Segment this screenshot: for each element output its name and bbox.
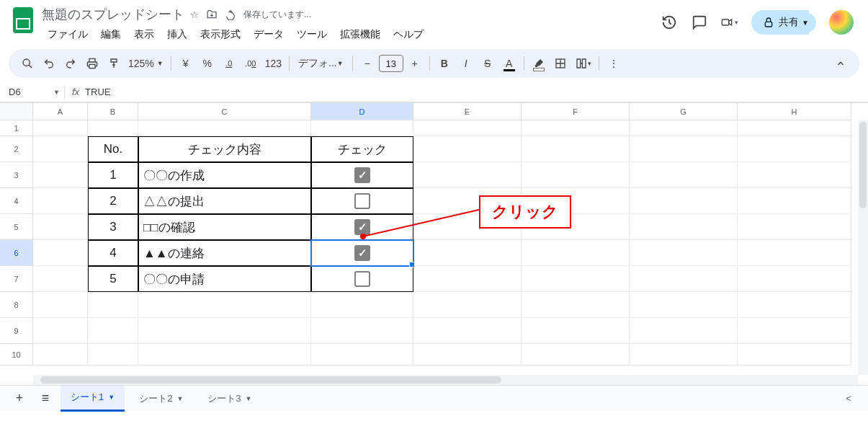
sheet-tab-1[interactable]: シート1 ▼ bbox=[61, 386, 125, 412]
cell[interactable] bbox=[33, 292, 88, 318]
formula-input[interactable]: TRUE bbox=[82, 87, 865, 97]
undo-icon[interactable] bbox=[39, 53, 59, 74]
menu-insert[interactable]: 挿入 bbox=[161, 25, 193, 44]
doc-title[interactable]: 無題のスプレッドシート bbox=[42, 6, 184, 23]
table-cell-check[interactable] bbox=[311, 188, 413, 214]
menu-edit[interactable]: 編集 bbox=[95, 25, 127, 44]
all-sheets-button[interactable]: ≡ bbox=[35, 388, 56, 409]
spreadsheet-grid[interactable]: A B C D E F G H 1 2 No. チェック内容 チェック 3 1 … bbox=[0, 102, 868, 385]
col-header-a[interactable]: A bbox=[33, 103, 88, 120]
increase-decimal-button[interactable]: .00 bbox=[241, 53, 261, 74]
cell[interactable] bbox=[738, 344, 851, 366]
row-header[interactable]: 6 bbox=[0, 240, 33, 266]
menu-view[interactable]: 表示 bbox=[128, 25, 160, 44]
col-header-c[interactable]: C bbox=[138, 103, 311, 120]
cell[interactable] bbox=[88, 318, 138, 344]
decrease-font-button[interactable]: − bbox=[357, 53, 377, 74]
table-cell-check[interactable] bbox=[311, 266, 413, 292]
cell[interactable] bbox=[522, 266, 630, 292]
row-header[interactable]: 1 bbox=[0, 120, 33, 136]
row-header[interactable]: 2 bbox=[0, 136, 33, 162]
col-header-f[interactable]: F bbox=[522, 103, 630, 120]
select-all-corner[interactable] bbox=[0, 103, 33, 120]
decrease-decimal-button[interactable]: .0 bbox=[219, 53, 239, 74]
menu-data[interactable]: データ bbox=[248, 25, 290, 44]
table-cell-no[interactable]: 2 bbox=[88, 188, 138, 214]
table-cell-content[interactable]: □□の確認 bbox=[138, 214, 311, 240]
row-header[interactable]: 8 bbox=[0, 292, 33, 318]
cell[interactable] bbox=[33, 136, 88, 162]
col-header-g[interactable]: G bbox=[630, 103, 738, 120]
row-header[interactable]: 3 bbox=[0, 162, 33, 188]
cell[interactable] bbox=[738, 188, 851, 214]
cell[interactable] bbox=[630, 188, 738, 214]
cell[interactable] bbox=[33, 214, 88, 240]
chevron-down-icon[interactable]: ▼ bbox=[108, 394, 115, 401]
cell[interactable] bbox=[738, 214, 851, 240]
table-cell-no[interactable]: 3 bbox=[88, 214, 138, 240]
cell[interactable] bbox=[88, 292, 138, 318]
cell[interactable] bbox=[33, 120, 88, 136]
chevron-down-icon[interactable]: ▼ bbox=[246, 395, 252, 402]
cell[interactable] bbox=[630, 344, 738, 366]
currency-button[interactable]: ¥ bbox=[176, 53, 196, 74]
account-avatar[interactable] bbox=[829, 10, 854, 35]
selected-cell[interactable] bbox=[311, 240, 413, 266]
fill-color-button[interactable] bbox=[529, 53, 549, 74]
increase-font-button[interactable]: + bbox=[405, 53, 425, 74]
menu-help[interactable]: ヘルプ bbox=[388, 25, 429, 44]
cloud-status-icon[interactable] bbox=[225, 9, 236, 20]
table-header-no[interactable]: No. bbox=[88, 136, 138, 162]
more-formats-button[interactable]: 123 bbox=[262, 53, 285, 74]
strikethrough-button[interactable]: S bbox=[478, 53, 498, 74]
table-cell-content[interactable]: ▲▲の連絡 bbox=[138, 240, 311, 266]
bold-button[interactable]: B bbox=[434, 53, 455, 74]
chevron-down-icon[interactable]: ▼ bbox=[176, 395, 183, 402]
cell[interactable] bbox=[630, 120, 738, 136]
name-box-dropdown[interactable]: ▼ bbox=[53, 89, 60, 96]
cell[interactable] bbox=[738, 318, 851, 344]
col-header-d[interactable]: D bbox=[311, 103, 413, 120]
menu-extensions[interactable]: 拡張機能 bbox=[334, 25, 386, 44]
cell[interactable] bbox=[138, 344, 311, 366]
more-toolbar-icon[interactable]: ⋮ bbox=[604, 53, 624, 74]
meet-icon[interactable] bbox=[721, 14, 738, 31]
name-box[interactable]: D6 bbox=[3, 87, 53, 97]
sheet-tab-3[interactable]: シート3 ▼ bbox=[197, 386, 261, 411]
redo-icon[interactable] bbox=[61, 53, 81, 74]
table-cell-no[interactable]: 5 bbox=[88, 266, 138, 292]
cell[interactable] bbox=[738, 266, 851, 292]
merge-cells-button[interactable]: ▾ bbox=[572, 53, 594, 74]
cell[interactable] bbox=[738, 162, 851, 188]
cell[interactable] bbox=[138, 120, 311, 136]
history-icon[interactable] bbox=[661, 14, 678, 31]
cell[interactable] bbox=[738, 292, 851, 318]
row-header[interactable]: 5 bbox=[0, 214, 33, 240]
checkbox-icon[interactable] bbox=[354, 167, 370, 183]
cell[interactable] bbox=[138, 318, 311, 344]
checkbox-icon[interactable] bbox=[354, 245, 370, 261]
cell[interactable] bbox=[33, 240, 88, 266]
cell[interactable] bbox=[630, 136, 738, 162]
cell[interactable] bbox=[138, 292, 311, 318]
row-header[interactable]: 7 bbox=[0, 266, 33, 292]
cell[interactable] bbox=[522, 292, 630, 318]
explore-button[interactable]: < bbox=[838, 388, 859, 409]
cell[interactable] bbox=[413, 240, 522, 266]
menu-format[interactable]: 表示形式 bbox=[194, 25, 246, 44]
sheets-logo[interactable] bbox=[9, 6, 37, 35]
text-color-button[interactable]: A bbox=[499, 53, 519, 74]
col-header-h[interactable]: H bbox=[738, 103, 851, 120]
checkbox-icon[interactable] bbox=[354, 219, 370, 235]
cell[interactable] bbox=[33, 266, 88, 292]
table-cell-content[interactable]: △△の提出 bbox=[138, 188, 311, 214]
cell[interactable] bbox=[413, 162, 522, 188]
search-menus-icon[interactable] bbox=[17, 53, 37, 74]
checkbox-icon[interactable] bbox=[354, 271, 370, 287]
menu-file[interactable]: ファイル bbox=[42, 25, 94, 44]
cell[interactable] bbox=[88, 120, 138, 136]
horizontal-scrollbar[interactable] bbox=[33, 375, 858, 385]
col-header-b[interactable]: B bbox=[88, 103, 138, 120]
cell[interactable] bbox=[413, 120, 522, 136]
cell[interactable] bbox=[522, 240, 630, 266]
